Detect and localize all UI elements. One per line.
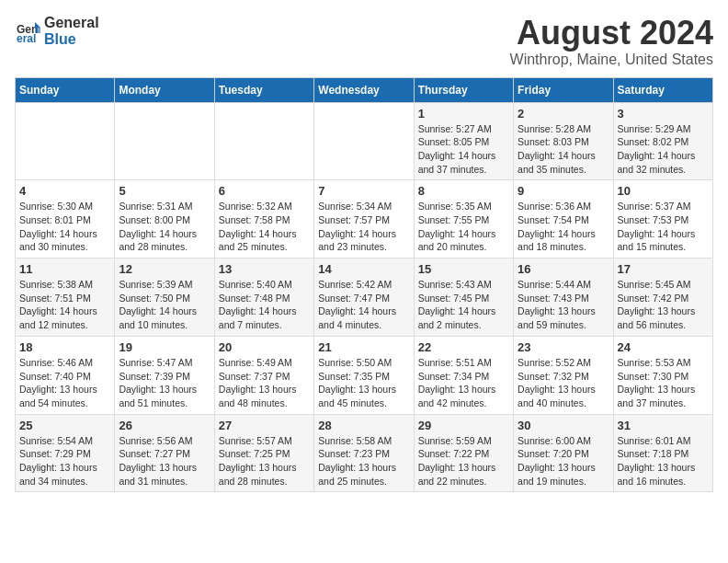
day-info: Sunrise: 5:46 AM Sunset: 7:40 PM Dayligh…: [19, 356, 110, 410]
day-number: 20: [219, 340, 310, 354]
calendar-cell: 18Sunrise: 5:46 AM Sunset: 7:40 PM Dayli…: [16, 336, 115, 414]
day-info: Sunrise: 5:54 AM Sunset: 7:29 PM Dayligh…: [19, 434, 110, 488]
day-number: 31: [618, 419, 709, 432]
calendar-week-1: 1Sunrise: 5:27 AM Sunset: 8:05 PM Daylig…: [16, 102, 713, 180]
day-number: 27: [219, 419, 310, 432]
calendar-cell: 11Sunrise: 5:38 AM Sunset: 7:51 PM Dayli…: [16, 259, 115, 337]
calendar-cell: 15Sunrise: 5:43 AM Sunset: 7:45 PM Dayli…: [414, 259, 513, 337]
day-info: Sunrise: 5:29 AM Sunset: 8:02 PM Dayligh…: [618, 122, 709, 177]
calendar-cell: 25Sunrise: 5:54 AM Sunset: 7:29 PM Dayli…: [16, 414, 115, 492]
calendar-cell: 30Sunrise: 6:00 AM Sunset: 7:20 PM Dayli…: [514, 414, 613, 492]
day-info: Sunrise: 5:37 AM Sunset: 7:53 PM Dayligh…: [618, 200, 709, 254]
day-info: Sunrise: 5:30 AM Sunset: 8:01 PM Dayligh…: [19, 200, 110, 254]
day-info: Sunrise: 5:47 AM Sunset: 7:39 PM Dayligh…: [119, 356, 210, 410]
day-info: Sunrise: 5:49 AM Sunset: 7:37 PM Dayligh…: [219, 356, 310, 410]
day-info: Sunrise: 5:31 AM Sunset: 8:00 PM Dayligh…: [119, 200, 210, 254]
day-number: 6: [219, 184, 310, 198]
day-info: Sunrise: 5:40 AM Sunset: 7:48 PM Dayligh…: [219, 278, 310, 332]
calendar-cell: 20Sunrise: 5:49 AM Sunset: 7:37 PM Dayli…: [214, 336, 313, 414]
day-number: 17: [618, 262, 709, 276]
header-cell-wednesday: Wednesday: [314, 77, 414, 102]
calendar-cell: 23Sunrise: 5:52 AM Sunset: 7:32 PM Dayli…: [514, 336, 613, 414]
day-info: Sunrise: 5:57 AM Sunset: 7:25 PM Dayligh…: [219, 434, 310, 488]
header-cell-friday: Friday: [514, 77, 613, 102]
calendar-cell: [115, 102, 214, 180]
day-number: 8: [418, 184, 509, 198]
calendar-cell: 2Sunrise: 5:28 AM Sunset: 8:03 PM Daylig…: [514, 102, 613, 180]
calendar-week-3: 11Sunrise: 5:38 AM Sunset: 7:51 PM Dayli…: [16, 259, 713, 337]
calendar-table: SundayMondayTuesdayWednesdayThursdayFrid…: [15, 77, 713, 493]
day-number: 4: [19, 184, 110, 198]
calendar-cell: 28Sunrise: 5:58 AM Sunset: 7:23 PM Dayli…: [314, 414, 414, 492]
day-number: 29: [418, 419, 509, 432]
calendar-cell: 3Sunrise: 5:29 AM Sunset: 8:02 PM Daylig…: [613, 102, 712, 180]
day-info: Sunrise: 5:50 AM Sunset: 7:35 PM Dayligh…: [318, 356, 409, 410]
day-number: 12: [119, 262, 210, 276]
calendar-cell: 19Sunrise: 5:47 AM Sunset: 7:39 PM Dayli…: [115, 336, 214, 414]
day-number: 28: [318, 419, 409, 432]
calendar-cell: [314, 102, 414, 180]
calendar-cell: 13Sunrise: 5:40 AM Sunset: 7:48 PM Dayli…: [214, 259, 313, 337]
day-number: 21: [318, 340, 409, 354]
day-number: 15: [418, 262, 509, 276]
day-number: 11: [19, 262, 110, 276]
day-info: Sunrise: 5:51 AM Sunset: 7:34 PM Dayligh…: [418, 356, 509, 410]
main-title: August 2024: [510, 15, 713, 52]
calendar-cell: 27Sunrise: 5:57 AM Sunset: 7:25 PM Dayli…: [214, 414, 313, 492]
calendar-cell: 12Sunrise: 5:39 AM Sunset: 7:50 PM Dayli…: [115, 259, 214, 337]
day-number: 5: [119, 184, 210, 198]
header-cell-thursday: Thursday: [414, 77, 513, 102]
svg-marker-3: [35, 28, 40, 33]
day-number: 16: [518, 262, 609, 276]
day-number: 23: [518, 340, 609, 354]
calendar-cell: 7Sunrise: 5:34 AM Sunset: 7:57 PM Daylig…: [314, 180, 414, 259]
header-cell-saturday: Saturday: [613, 77, 712, 102]
day-number: 2: [518, 107, 609, 121]
day-number: 10: [618, 184, 709, 198]
calendar-cell: 16Sunrise: 5:44 AM Sunset: 7:43 PM Dayli…: [514, 259, 613, 337]
calendar-cell: 1Sunrise: 5:27 AM Sunset: 8:05 PM Daylig…: [414, 102, 513, 180]
calendar-cell: 8Sunrise: 5:35 AM Sunset: 7:55 PM Daylig…: [414, 180, 513, 259]
day-number: 22: [418, 340, 509, 354]
day-number: 13: [219, 262, 310, 276]
day-info: Sunrise: 5:53 AM Sunset: 7:30 PM Dayligh…: [618, 356, 709, 410]
calendar-week-2: 4Sunrise: 5:30 AM Sunset: 8:01 PM Daylig…: [16, 180, 713, 259]
day-info: Sunrise: 5:28 AM Sunset: 8:03 PM Dayligh…: [518, 122, 609, 177]
header-cell-monday: Monday: [115, 77, 214, 102]
day-info: Sunrise: 6:00 AM Sunset: 7:20 PM Dayligh…: [518, 434, 609, 488]
calendar-cell: 17Sunrise: 5:45 AM Sunset: 7:42 PM Dayli…: [613, 259, 712, 337]
calendar-cell: 9Sunrise: 5:36 AM Sunset: 7:54 PM Daylig…: [514, 180, 613, 259]
day-info: Sunrise: 5:34 AM Sunset: 7:57 PM Dayligh…: [318, 200, 409, 254]
calendar-cell: [214, 102, 313, 180]
calendar-cell: 4Sunrise: 5:30 AM Sunset: 8:01 PM Daylig…: [16, 180, 115, 259]
day-number: 26: [119, 419, 210, 432]
day-number: 3: [618, 107, 709, 121]
day-info: Sunrise: 5:42 AM Sunset: 7:47 PM Dayligh…: [318, 278, 409, 332]
calendar-week-5: 25Sunrise: 5:54 AM Sunset: 7:29 PM Dayli…: [16, 414, 713, 492]
title-area: August 2024 Winthrop, Maine, United Stat…: [510, 15, 713, 68]
day-info: Sunrise: 5:52 AM Sunset: 7:32 PM Dayligh…: [518, 356, 609, 410]
svg-text:eral: eral: [17, 32, 36, 44]
calendar-cell: 24Sunrise: 5:53 AM Sunset: 7:30 PM Dayli…: [613, 336, 712, 414]
day-info: Sunrise: 5:38 AM Sunset: 7:51 PM Dayligh…: [19, 278, 110, 332]
day-info: Sunrise: 5:36 AM Sunset: 7:54 PM Dayligh…: [518, 200, 609, 254]
logo-text: General Blue: [44, 15, 99, 47]
calendar-cell: 14Sunrise: 5:42 AM Sunset: 7:47 PM Dayli…: [314, 259, 414, 337]
day-info: Sunrise: 5:32 AM Sunset: 7:58 PM Dayligh…: [219, 200, 310, 254]
header-row: SundayMondayTuesdayWednesdayThursdayFrid…: [16, 77, 713, 102]
header-cell-sunday: Sunday: [16, 77, 115, 102]
calendar-cell: 21Sunrise: 5:50 AM Sunset: 7:35 PM Dayli…: [314, 336, 414, 414]
day-info: Sunrise: 5:39 AM Sunset: 7:50 PM Dayligh…: [119, 278, 210, 332]
day-info: Sunrise: 6:01 AM Sunset: 7:18 PM Dayligh…: [618, 434, 709, 488]
header-cell-tuesday: Tuesday: [214, 77, 313, 102]
day-number: 1: [418, 107, 509, 121]
day-number: 14: [318, 262, 409, 276]
calendar-cell: 31Sunrise: 6:01 AM Sunset: 7:18 PM Dayli…: [613, 414, 712, 492]
logo-blue: Blue: [44, 31, 99, 48]
day-number: 18: [19, 340, 110, 354]
calendar-cell: 29Sunrise: 5:59 AM Sunset: 7:22 PM Dayli…: [414, 414, 513, 492]
day-number: 7: [318, 184, 409, 198]
day-info: Sunrise: 5:45 AM Sunset: 7:42 PM Dayligh…: [618, 278, 709, 332]
logo: Gen eral General Blue: [15, 15, 99, 47]
calendar-cell: [16, 102, 115, 180]
